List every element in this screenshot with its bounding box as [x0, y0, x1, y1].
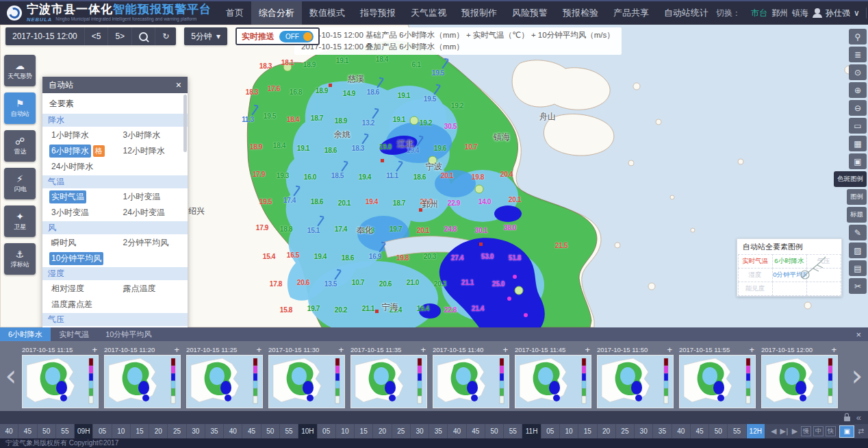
panel-item-24小时变温[interactable]: 24小时变温	[116, 205, 185, 221]
time-cell-25[interactable]: 25	[392, 424, 411, 438]
menu-item-首页[interactable]: 首页	[218, 1, 251, 25]
datetime-picker[interactable]: 2017-10-15 12:00	[5, 27, 85, 45]
add-icon[interactable]: +	[255, 345, 263, 355]
time-cell-10[interactable]: 10	[336, 424, 355, 438]
refresh-button[interactable]: ↻	[155, 27, 176, 45]
time-cell-50[interactable]: 50	[709, 424, 728, 438]
time-cell-05[interactable]: 05	[541, 424, 560, 438]
time-cell-55[interactable]: 55	[728, 424, 746, 438]
time-cell-20[interactable]: 20	[598, 424, 616, 438]
zoom-out-icon[interactable]: ⊖	[849, 100, 867, 116]
menu-item-预报检验[interactable]: 预报检验	[555, 1, 606, 25]
interval-select[interactable]: 5分钟 ▾	[184, 27, 227, 45]
export-image-button[interactable]: ▣	[839, 425, 854, 438]
panel-item-相对湿度[interactable]: 相对湿度	[45, 281, 116, 297]
thumbnail[interactable]: 2017-10-15 11:25+	[186, 344, 263, 408]
search-button[interactable]	[132, 27, 155, 45]
menu-item-综合分析[interactable]: 综合分析	[251, 1, 302, 25]
time-cell-15[interactable]: 15	[131, 424, 149, 438]
loop-icon[interactable]: ⇄	[858, 427, 864, 436]
image-export-icon[interactable]: ▨	[849, 242, 867, 258]
time-cell-50[interactable]: 50	[485, 424, 504, 438]
thumbnail[interactable]: 2017-10-15 11:30+	[268, 344, 345, 408]
sidebar-item-闪电[interactable]: ⚡闪电	[4, 168, 36, 199]
measure-icon[interactable]: ▭	[849, 118, 867, 134]
add-icon[interactable]: +	[830, 345, 838, 355]
legend-button[interactable]: 图例	[847, 189, 867, 205]
time-cell-40[interactable]: 40	[224, 424, 242, 438]
time-cell-30[interactable]: 30	[411, 424, 429, 438]
thumbnail-map[interactable]	[22, 355, 99, 408]
time-cell-40[interactable]: 40	[448, 424, 466, 438]
carousel-next-icon[interactable]: ›	[846, 362, 868, 390]
thumbnail[interactable]: 2017-10-15 11:55+	[679, 344, 756, 408]
carousel-prev-icon[interactable]: ‹	[0, 362, 22, 390]
time-cell-25[interactable]: 25	[168, 424, 186, 438]
step-forward-button[interactable]: 5>	[108, 27, 132, 45]
speed-button-中[interactable]: 中	[813, 426, 824, 436]
thumbnail-map[interactable]	[597, 355, 674, 408]
marker-icon[interactable]: ⊙	[849, 64, 867, 80]
layers-icon[interactable]: ≣	[849, 47, 867, 62]
time-cell-20[interactable]: 20	[149, 424, 168, 438]
time-cell-25[interactable]: 25	[616, 424, 635, 438]
time-cell-45[interactable]: 45	[242, 424, 261, 438]
play-icon[interactable]: ▶	[792, 427, 797, 436]
add-icon[interactable]: +	[583, 345, 591, 355]
time-cell-10[interactable]: 10	[112, 424, 131, 438]
add-icon[interactable]: +	[90, 345, 99, 355]
tab-10分钟平均风[interactable]: 10分钟平均风	[97, 327, 159, 341]
time-cell-30[interactable]: 30	[187, 424, 205, 438]
thumbnail-map[interactable]	[679, 355, 756, 408]
thumbnail[interactable]: 2017-10-15 12:00+	[761, 344, 838, 408]
clip-icon[interactable]: ✂	[849, 278, 867, 294]
speed-button-快[interactable]: 快	[826, 426, 836, 436]
time-cell-45[interactable]: 45	[691, 424, 709, 438]
time-cell-05[interactable]: 05	[318, 424, 336, 438]
thumbnail[interactable]: 2017-10-15 11:40+	[433, 344, 509, 408]
sidebar-item-卫星[interactable]: ✦卫星	[4, 206, 36, 237]
sidebar-item-浮标站[interactable]: ⚓浮标站	[4, 243, 36, 275]
tab-实时气温[interactable]: 实时气温	[51, 327, 97, 341]
add-icon[interactable]: +	[501, 345, 509, 355]
menu-item-指导预报[interactable]: 指导预报	[353, 1, 403, 25]
user-menu[interactable]: 孙仕强 ∨	[815, 8, 860, 19]
time-cell-45[interactable]: 45	[467, 424, 485, 438]
panel-item-3小时变温[interactable]: 3小时变温	[45, 205, 116, 221]
draw-icon[interactable]: ✎	[849, 225, 867, 240]
thumbnail-map[interactable]	[350, 355, 427, 408]
time-cell-40[interactable]: 40	[0, 424, 18, 438]
panel-item-温度露点差[interactable]: 温度露点差	[45, 297, 116, 312]
thumbnail-map[interactable]	[104, 355, 181, 408]
thumbnail[interactable]: 2017-10-15 11:35+	[350, 344, 427, 408]
time-cell-15[interactable]: 15	[578, 424, 597, 438]
time-cell-55[interactable]: 55	[56, 424, 75, 438]
panel-item-24小时降水[interactable]: 24小时降水	[45, 159, 116, 175]
prev-frame-icon[interactable]: ◀	[771, 427, 776, 436]
screen-icon[interactable]: ▣	[849, 153, 867, 169]
thumbnail-map[interactable]	[761, 355, 838, 408]
color-patch-legend-button[interactable]: 色斑图例	[834, 171, 867, 187]
panel-item-12小时降水[interactable]: 12小时降水	[116, 143, 185, 159]
time-cell-20[interactable]: 20	[373, 424, 392, 438]
all-elements-item[interactable]: 全要素	[42, 95, 188, 113]
panel-scrollbar[interactable]	[183, 95, 187, 152]
sidebar-item-雷达[interactable]: ☍雷达	[4, 130, 36, 162]
thumbnail[interactable]: 2017-10-15 11:45+	[515, 344, 591, 408]
panel-item-3小时降水[interactable]: 3小时降水	[116, 127, 185, 143]
time-cell-10H[interactable]: 10H	[298, 424, 317, 438]
menu-item-产品共享[interactable]: 产品共享	[606, 1, 656, 25]
time-cell-40[interactable]: 40	[672, 424, 691, 438]
panel-item-瞬时风[interactable]: 瞬时风	[45, 235, 116, 251]
thumbnail-map[interactable]	[186, 355, 263, 408]
time-cell-11H[interactable]: 11H	[522, 424, 541, 438]
grid-icon[interactable]: ▦	[849, 136, 867, 151]
thumbnail-map[interactable]	[268, 355, 345, 408]
time-cell-50[interactable]: 50	[38, 424, 56, 438]
close-icon[interactable]: ×	[176, 79, 181, 90]
add-icon[interactable]: +	[419, 345, 427, 355]
menu-item-天气监视[interactable]: 天气监视	[403, 1, 454, 25]
panel-item-1小时降水[interactable]: 1小时降水	[45, 127, 116, 143]
menu-item-自动站统计[interactable]: 自动站统计	[656, 1, 716, 25]
lock-icon[interactable]	[844, 416, 850, 421]
